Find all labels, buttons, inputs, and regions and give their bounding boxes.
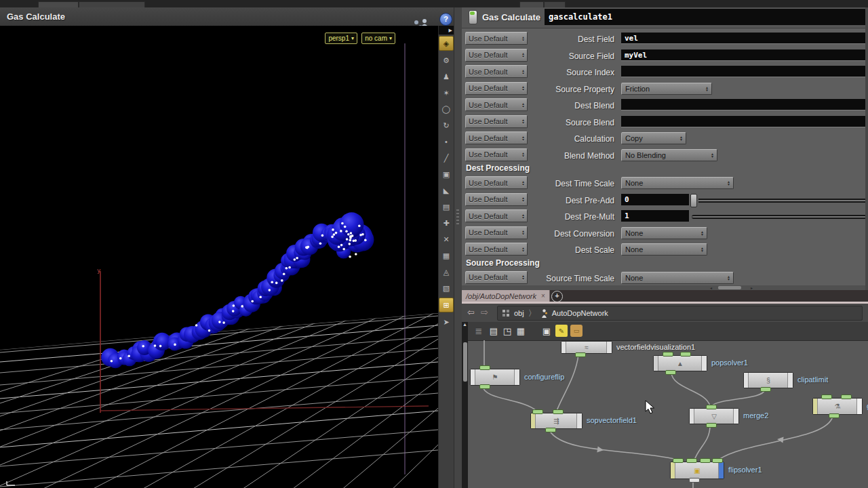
output-connector[interactable] xyxy=(689,478,700,483)
scene-viewport[interactable]: y persp1▾ no cam▾ xyxy=(0,26,438,488)
use-default-button[interactable]: Use Default▴▾ xyxy=(465,32,528,45)
use-default-button[interactable]: Use Default▴▾ xyxy=(465,49,528,62)
breadcrumb-current[interactable]: AutoDopNetwork xyxy=(552,309,608,317)
delete-tool-icon[interactable]: ✕ xyxy=(439,232,453,246)
dest-time-scale-select[interactable]: None▴▾ xyxy=(621,177,734,189)
node-configureflip[interactable]: ⚑ xyxy=(470,369,520,386)
light-tool-icon[interactable]: ✶ xyxy=(439,86,453,100)
view-tool-icon[interactable]: ◈ xyxy=(439,36,454,51)
node-clipatlimit[interactable]: § xyxy=(743,372,793,388)
slider-track[interactable] xyxy=(698,199,867,203)
node-popsolver1[interactable]: ▲ xyxy=(653,355,707,371)
new-window-icon[interactable]: ◳ xyxy=(501,325,513,337)
input-connector[interactable] xyxy=(673,458,684,463)
source-time-scale-select[interactable]: None▴▾ xyxy=(621,272,734,284)
viewport-nocam-menu[interactable]: no cam▾ xyxy=(361,33,395,44)
hscroll-thumb[interactable] xyxy=(718,286,741,289)
nav-forward-icon[interactable]: ⇨ xyxy=(481,307,488,317)
node-merge2[interactable]: ▽ xyxy=(689,408,739,424)
source-property-select[interactable]: Friction▴▾ xyxy=(621,83,712,95)
use-default-button[interactable]: Use Default▴▾ xyxy=(465,148,528,161)
output-connector[interactable] xyxy=(479,384,490,389)
node-name-input[interactable]: gascalculate1 xyxy=(545,9,868,25)
input-connector[interactable] xyxy=(479,365,490,370)
use-default-button[interactable]: Use Default▴▾ xyxy=(465,193,528,206)
new-tab-icon[interactable]: + xyxy=(551,291,563,302)
layout-grid-icon[interactable]: ⊞ xyxy=(439,298,454,312)
sphere-tool-icon[interactable]: ◯ xyxy=(439,102,453,116)
output-connector[interactable] xyxy=(575,352,586,357)
input-connector[interactable] xyxy=(532,409,543,414)
slider-handle[interactable] xyxy=(690,194,697,207)
breadcrumb-root[interactable]: obj xyxy=(514,309,524,317)
pen-tool-icon[interactable]: ╱ xyxy=(439,151,453,165)
input-connector[interactable] xyxy=(706,405,717,409)
use-default-button[interactable]: Use Default▴▾ xyxy=(465,176,528,189)
rotate-tool-icon[interactable]: ↻ xyxy=(439,119,453,132)
slider-track[interactable] xyxy=(692,215,867,219)
scroll-left-icon[interactable]: ◂ xyxy=(710,285,712,290)
use-default-button[interactable]: Use Default▴▾ xyxy=(465,65,528,78)
input-connector[interactable] xyxy=(663,352,673,357)
gallery-icon[interactable]: ▭ xyxy=(570,325,583,337)
dest-pre-mult-input[interactable]: 1 xyxy=(621,210,689,222)
input-connector[interactable] xyxy=(686,458,697,463)
image-view-icon[interactable]: ▣ xyxy=(540,325,553,337)
input-connector[interactable] xyxy=(712,458,723,463)
nav-back-icon[interactable]: ⇦ xyxy=(467,307,475,317)
source-blend-input[interactable] xyxy=(621,116,865,127)
dest-field-input[interactable]: vel xyxy=(621,33,865,44)
help-icon[interactable]: ? xyxy=(439,13,452,26)
list-view-icon[interactable]: ▤ xyxy=(488,325,500,337)
dest-scale-select[interactable]: None▴▾ xyxy=(621,243,707,256)
shade-tool-icon[interactable]: ▧ xyxy=(439,281,453,295)
network-canvas[interactable]: ≈vectorfieldvisualization1▲popsolver1⚑co… xyxy=(462,340,868,488)
calculation-select[interactable]: Copy▴▾ xyxy=(621,132,686,144)
node-gascalculate[interactable]: ⚗ xyxy=(812,398,863,415)
use-default-button[interactable]: Use Default▴▾ xyxy=(465,131,528,144)
node-vectorfieldvisualization1[interactable]: ≈ xyxy=(561,341,612,354)
snapshot-tool-icon[interactable]: ▣ xyxy=(439,167,453,181)
output-connector[interactable] xyxy=(829,413,840,418)
sticky-note-icon[interactable]: ✎ xyxy=(555,325,568,337)
network-vscrollbar[interactable]: ▲ xyxy=(462,322,468,488)
dest-conversion-select[interactable]: None▴▾ xyxy=(621,227,707,239)
input-connector[interactable] xyxy=(841,394,852,399)
dest-blend-input[interactable] xyxy=(621,99,865,110)
corner-tool-icon[interactable]: ◣ xyxy=(439,184,453,197)
viewport-camera-menu[interactable]: persp1▾ xyxy=(325,33,357,44)
output-connector[interactable] xyxy=(545,428,556,432)
blend-method-select[interactable]: No Blending▴▾ xyxy=(621,149,717,161)
hide-other-objects-icon[interactable]: ⚙ xyxy=(439,54,453,67)
use-default-button[interactable]: Use Default▴▾ xyxy=(465,209,528,222)
scroll-right-icon[interactable]: ▸ xyxy=(751,285,753,290)
sheet-tool-icon[interactable]: ▤ xyxy=(439,200,453,214)
network-tab[interactable]: /obj/AutoDopNetwork × xyxy=(462,290,550,302)
input-connector[interactable] xyxy=(553,409,564,414)
use-default-button[interactable]: Use Default▴▾ xyxy=(465,243,528,256)
use-default-button[interactable]: Use Default▴▾ xyxy=(465,271,528,284)
source-index-input[interactable] xyxy=(621,66,865,77)
tab-close-icon[interactable]: × xyxy=(541,292,545,300)
arrow-tool-icon[interactable]: ➤ xyxy=(439,315,453,329)
vscroll-thumb[interactable] xyxy=(463,342,467,382)
cone-tool-icon[interactable]: ◬ xyxy=(439,265,453,279)
use-default-button[interactable]: Use Default▴▾ xyxy=(465,82,528,95)
output-connector[interactable] xyxy=(760,387,771,392)
toolbar-scroll-arrow-icon[interactable]: ▶ xyxy=(439,26,454,35)
source-field-input[interactable]: myVel xyxy=(621,49,865,61)
parameter-list-icon[interactable]: ≣ xyxy=(473,325,485,337)
node-flipsolver1[interactable]: ▣ xyxy=(670,462,724,479)
use-default-button[interactable]: Use Default▴▾ xyxy=(465,98,528,111)
output-connector[interactable] xyxy=(706,423,717,428)
scroll-up-icon[interactable]: ▲ xyxy=(462,322,468,327)
node-sopvectorfield1[interactable]: ⇶ xyxy=(530,413,583,429)
input-connector[interactable] xyxy=(821,394,832,399)
output-connector[interactable] xyxy=(665,370,676,375)
use-default-button[interactable]: Use Default▴▾ xyxy=(465,226,528,239)
input-connector[interactable] xyxy=(680,352,691,357)
pose-tool-icon[interactable]: ♟ xyxy=(439,70,453,83)
point-tool-icon[interactable]: • xyxy=(439,135,453,148)
parameters-hscrollbar[interactable]: ◂ ▸ xyxy=(462,285,868,290)
input-connector[interactable] xyxy=(700,458,711,463)
